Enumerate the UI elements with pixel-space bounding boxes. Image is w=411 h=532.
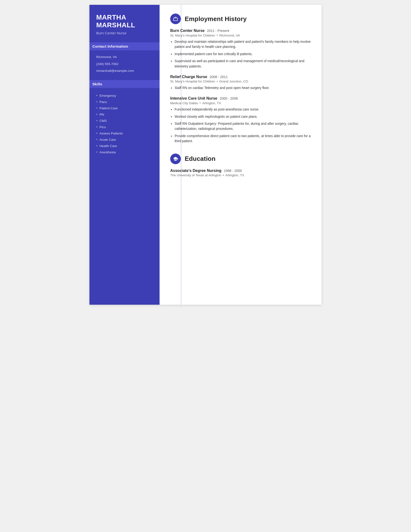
graduation-svg <box>173 156 178 162</box>
job-bullets: Functioned independently as post-anesthe… <box>175 107 311 144</box>
job-bullet: Functioned independently as post-anesthe… <box>175 107 311 112</box>
separator-dot: • <box>217 80 218 83</box>
contact-email: mmarshall@example.com <box>96 68 153 73</box>
edu-title-row: Associate's Degree Nursing 1998 - 2000 <box>170 169 311 173</box>
education-section: Education Associate's Degree Nursing 199… <box>170 153 311 177</box>
contact-section-header: Contact Information <box>89 42 159 50</box>
employment-header-row: Employment History <box>170 14 311 24</box>
graduation-icon <box>170 153 181 164</box>
candidate-title: Burn Center Nurse <box>96 31 153 35</box>
skill-item: Patient Care <box>96 105 153 111</box>
skills-section: Skills Emergency Pacu Patient Care RN CM… <box>96 80 153 155</box>
edu-location: The University of Texas at Arlington • A… <box>170 173 311 177</box>
job-title-row: Burn Center Nurse 2011 - Present <box>170 28 311 33</box>
job-title: Relief Charge Nurse <box>170 75 207 79</box>
job-city: Richmond, VA <box>219 34 240 37</box>
separator-dot: • <box>223 173 224 177</box>
job-bullet: Provide comprehensive direct patient car… <box>175 133 311 144</box>
edu-degree: Associate's Degree Nursing <box>170 169 222 173</box>
skills-section-header: Skills <box>89 80 159 88</box>
job-location: St. Mary's Hospital for Children • Richm… <box>170 33 311 37</box>
job-bullet: Staff RN Outpatient Surgery: Prepared pa… <box>175 121 311 132</box>
job-bullets: Develop and maintain relationships with … <box>175 39 311 69</box>
skill-item: Health Care <box>96 143 153 149</box>
job-employer: Medical City Dallas <box>170 101 198 105</box>
job-entry: Relief Charge Nurse 2008 - 2011 St. Mary… <box>170 75 311 90</box>
education-title: Education <box>185 155 215 162</box>
job-bullets: Staff RN on cardiac Telemetry and post o… <box>175 85 311 90</box>
job-bullet: Staff RN on cardiac Telemetry and post o… <box>175 85 311 90</box>
job-bullet: Implemented patient care for two critica… <box>175 51 311 57</box>
separator-dot: • <box>199 101 201 105</box>
edu-school: The University of Texas at Arlington <box>170 173 221 177</box>
job-location: Medical City Dallas • Arlington, TX <box>170 101 311 105</box>
job-title: Burn Center Nurse <box>170 28 205 33</box>
job-bullet: Develop and maintain relationships with … <box>175 39 311 50</box>
job-city: Grand Junction, CO <box>219 80 248 83</box>
skill-item: Picu <box>96 124 153 130</box>
job-entry: Burn Center Nurse 2011 - Present St. Mar… <box>170 28 311 69</box>
sidebar: MARTHA MARSHALL Burn Center Nurse Contac… <box>89 5 159 305</box>
job-location: St. Mary's Hospital for Children • Grand… <box>170 80 311 83</box>
job-dates: 2000 - 2008 <box>220 96 238 100</box>
skill-item: RN <box>96 111 153 117</box>
edu-city: Arlington, TX <box>225 173 244 177</box>
resume-container: MARTHA MARSHALL Burn Center Nurse Contac… <box>89 5 322 305</box>
candidate-name: MARTHA MARSHALL <box>96 14 153 29</box>
briefcase-svg <box>173 16 178 21</box>
main-content: Employment History Burn Center Nurse 201… <box>159 5 322 305</box>
contact-location: Richmond, VA <box>96 55 153 59</box>
employment-title: Employment History <box>185 15 247 23</box>
job-city: Arlington, TX <box>202 101 221 105</box>
education-entry: Associate's Degree Nursing 1998 - 2000 T… <box>170 169 311 177</box>
contact-phone: (240) 555-7062 <box>96 62 153 66</box>
skill-item: Acute Care <box>96 136 153 143</box>
job-title: Intensive Care Unit Nurse <box>170 96 217 101</box>
briefcase-icon <box>170 14 181 24</box>
job-title-row: Intensive Care Unit Nurse 2000 - 2008 <box>170 96 311 101</box>
skill-item: Anesthesia <box>96 149 153 155</box>
job-bullet: Supervised as well as participated in ca… <box>175 58 311 69</box>
job-dates: 2008 - 2011 <box>210 75 228 79</box>
skill-item: Assess Patients <box>96 130 153 136</box>
job-employer: St. Mary's Hospital for Children <box>170 34 215 37</box>
skill-item: Emergency <box>96 92 153 99</box>
job-entry: Intensive Care Unit Nurse 2000 - 2008 Me… <box>170 96 311 144</box>
skills-list: Emergency Pacu Patient Care RN CMS Picu … <box>96 92 153 155</box>
edu-dates: 1998 - 2000 <box>224 169 242 173</box>
job-dates: 2011 - Present <box>207 29 229 33</box>
job-bullet: Worked closely with nephrologists on pat… <box>175 114 311 119</box>
skill-item: CMS <box>96 117 153 124</box>
job-employer: St. Mary's Hospital for Children <box>170 80 215 83</box>
employment-section: Employment History Burn Center Nurse 201… <box>170 14 311 144</box>
education-header-row: Education <box>170 153 311 164</box>
job-title-row: Relief Charge Nurse 2008 - 2011 <box>170 75 311 79</box>
skill-item: Pacu <box>96 99 153 105</box>
separator-dot: • <box>217 33 218 37</box>
